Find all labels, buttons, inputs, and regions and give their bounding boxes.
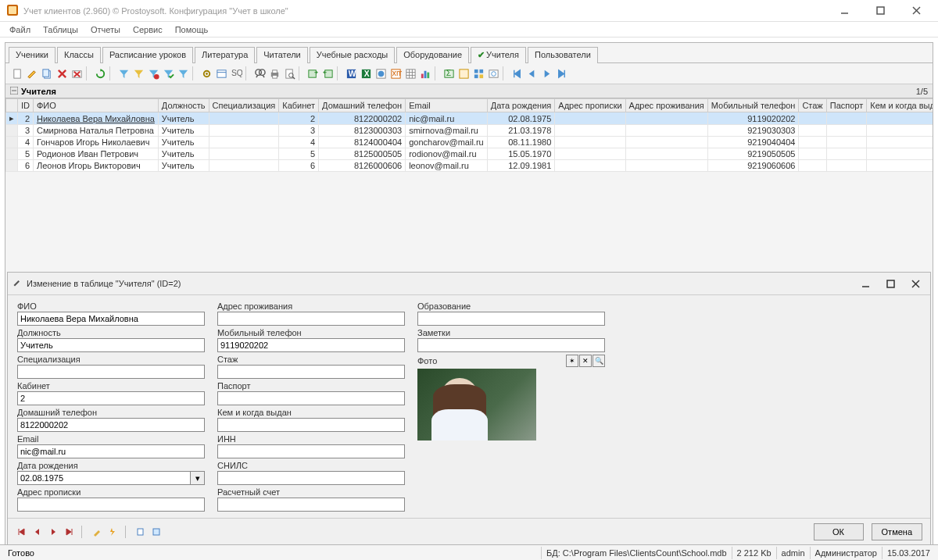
csv-icon[interactable] [403, 66, 417, 80]
search-icon[interactable] [252, 66, 267, 80]
cancel-button[interactable]: Отмена [872, 523, 922, 540]
col-header[interactable]: Мобильный телефон [707, 99, 799, 112]
rec-next-icon[interactable] [47, 526, 59, 538]
table-row[interactable]: 3Смирнова Наталья ПетровнаУчитель3812300… [6, 125, 933, 137]
col-header[interactable]: Специализация [209, 99, 279, 112]
input-email[interactable] [17, 444, 205, 458]
refresh-icon[interactable] [93, 66, 107, 80]
ok-button[interactable]: ОК [814, 523, 864, 540]
input-stage[interactable] [217, 365, 405, 379]
filter-yellow-icon[interactable] [131, 66, 145, 80]
filter-icon[interactable] [116, 66, 131, 80]
sum-icon[interactable]: Σ [442, 66, 456, 80]
settings-icon[interactable] [199, 66, 213, 80]
nav-first-icon[interactable] [510, 66, 524, 80]
filter-remove-icon[interactable] [146, 66, 160, 80]
nav-prev-icon[interactable] [524, 66, 539, 80]
dob-dropdown[interactable]: ▾ [191, 471, 205, 485]
col-header[interactable]: Кабинет [279, 99, 319, 112]
delete-icon[interactable] [55, 66, 69, 80]
input-kab[interactable] [17, 391, 205, 405]
table-row[interactable]: 5Родионов Иван ПетровичУчитель5812500050… [6, 148, 933, 160]
form-maximize-button[interactable] [880, 276, 900, 291]
filter-plus-icon[interactable] [176, 66, 190, 80]
tab-6[interactable]: Оборудование [396, 47, 469, 63]
tab-5[interactable]: Учебные расходы [310, 47, 395, 63]
col-header[interactable]: Адрес прописки [555, 99, 625, 112]
input-pos[interactable] [17, 338, 205, 352]
menu-reports[interactable]: Отчеты [86, 23, 125, 36]
edit-icon[interactable] [25, 66, 39, 80]
input-tel[interactable] [17, 418, 205, 432]
col-header[interactable]: Дата рождения [487, 99, 555, 112]
tab-1[interactable]: Классы [57, 47, 101, 63]
input-notes[interactable] [417, 338, 605, 352]
minimize-button[interactable] [829, 2, 860, 20]
nav-next-icon[interactable] [539, 66, 553, 80]
tab-0[interactable]: Ученики [9, 47, 55, 63]
menu-tables[interactable]: Таблицы [38, 23, 83, 36]
menu-file[interactable]: Файл [5, 23, 35, 36]
tab-4[interactable]: Читатели [256, 47, 308, 63]
maximize-button[interactable] [865, 2, 896, 20]
filter-check-icon[interactable] [161, 66, 175, 80]
col-header[interactable]: Должность [158, 99, 209, 112]
tab-8[interactable]: Пользователи [528, 47, 598, 63]
print-icon[interactable] [267, 66, 281, 80]
paste-small-icon[interactable] [150, 526, 163, 538]
input-fio[interactable] [17, 312, 205, 326]
col-header[interactable]: Email [406, 99, 488, 112]
tab-2[interactable]: Расписание уроков [102, 47, 193, 63]
col-header[interactable]: ID [18, 99, 34, 112]
group-icon[interactable] [456, 66, 471, 80]
preview-icon[interactable] [282, 66, 296, 80]
photo-preview[interactable] [417, 369, 536, 441]
table-row[interactable]: 6Леонов Игорь ВикторовичУчитель681260006… [6, 160, 933, 172]
export-icon[interactable] [306, 66, 320, 80]
photo-delete-icon[interactable]: ✕ [579, 355, 592, 367]
input-passport[interactable] [217, 391, 405, 405]
view-icon[interactable] [214, 66, 228, 80]
menu-service[interactable]: Сервис [128, 23, 167, 36]
input-dob[interactable] [17, 471, 191, 485]
data-grid[interactable]: IDФИОДолжностьСпециализацияКабинетДомашн… [5, 98, 933, 172]
col-header[interactable]: Домашний телефон [319, 99, 406, 112]
table-row[interactable]: 4Гончаров Игорь НиколаевичУчитель4812400… [6, 137, 933, 148]
photo-zoom-icon[interactable]: 🔍 [593, 355, 605, 367]
nav-last-icon[interactable] [554, 66, 568, 80]
table-row[interactable]: ▸2Николаева Вера МихайловнаУчитель281220… [6, 112, 933, 125]
sql-icon[interactable]: SQL [229, 66, 243, 80]
history-icon[interactable] [486, 66, 500, 80]
tree-icon[interactable] [471, 66, 485, 80]
rec-prev-icon[interactable] [31, 526, 44, 538]
delete-all-icon[interactable] [70, 66, 84, 80]
photo-add-icon[interactable]: ✶ [566, 355, 578, 367]
input-account[interactable] [217, 498, 405, 512]
input-addr1[interactable] [17, 498, 205, 512]
html-icon[interactable] [374, 66, 388, 80]
rec-first-icon[interactable] [16, 526, 28, 538]
xml-icon[interactable]: xml [388, 66, 403, 80]
input-mob[interactable] [217, 338, 405, 352]
form-close-button[interactable] [905, 276, 925, 291]
col-header[interactable]: ФИО [34, 99, 159, 112]
menu-help[interactable]: Помощь [170, 23, 213, 36]
excel-icon[interactable]: X [359, 66, 373, 80]
tab-3[interactable]: Литература [195, 47, 255, 63]
col-header[interactable]: Паспорт [826, 99, 867, 112]
input-addr2[interactable] [217, 312, 405, 326]
col-header[interactable]: Стаж [799, 99, 826, 112]
form-minimize-button[interactable] [855, 276, 875, 291]
new-icon[interactable] [10, 66, 24, 80]
input-spec[interactable] [17, 365, 205, 379]
copy-small-icon[interactable] [134, 526, 147, 538]
wizard-icon[interactable] [91, 526, 103, 538]
collapse-icon[interactable] [10, 87, 18, 96]
close-button[interactable] [900, 2, 932, 20]
copy-icon[interactable] [40, 66, 54, 80]
rec-last-icon[interactable] [63, 526, 75, 538]
input-snils[interactable] [217, 471, 405, 485]
input-edu[interactable] [417, 312, 605, 326]
input-inn[interactable] [217, 444, 405, 458]
tab-7[interactable]: ✔Учителя [471, 47, 526, 63]
